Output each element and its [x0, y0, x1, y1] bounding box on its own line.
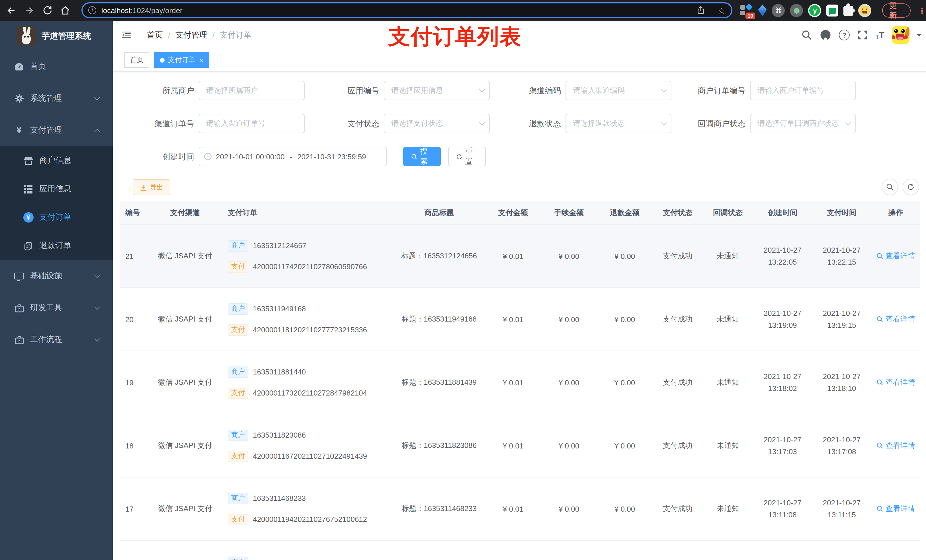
- view-detail-link[interactable]: 查看详情: [876, 441, 915, 451]
- hamburger-icon[interactable]: [121, 29, 132, 43]
- view-detail-link[interactable]: 查看详情: [876, 251, 915, 261]
- pay-status-select[interactable]: 请选择支付状态: [384, 114, 490, 133]
- font-size-icon[interactable]: TT: [875, 30, 884, 39]
- tags-view-bar: 首页 支付订单 ×: [113, 49, 926, 72]
- back-icon[interactable]: [3, 0, 18, 21]
- extensions-puzzle-icon[interactable]: [843, 5, 853, 16]
- breadcrumb-pay-order: 支付订单: [220, 30, 252, 40]
- cell-fee: ¥ 0.00: [541, 504, 597, 513]
- reset-button[interactable]: 重置: [448, 147, 486, 166]
- user-avatar[interactable]: [892, 26, 909, 44]
- cell-actions: 查看详情: [872, 377, 920, 388]
- table-row: 21 微信 JSAPI 支付 商户1635312124657 支付4200001…: [120, 225, 920, 288]
- search-icon[interactable]: [801, 30, 812, 41]
- ext-command-icon[interactable]: ⌘: [772, 4, 785, 17]
- sidebar-item-payment[interactable]: ¥ 支付管理: [0, 115, 113, 146]
- channel-order-input[interactable]: 请输入渠道订单号: [199, 114, 305, 133]
- chevron-down-icon: [661, 120, 667, 125]
- merchant-input[interactable]: 请选择所属商户: [199, 81, 305, 100]
- search-button[interactable]: 搜索: [403, 147, 441, 166]
- ext-kite-icon[interactable]: [758, 5, 767, 17]
- github-icon[interactable]: [820, 29, 831, 41]
- cell-title: 标题：1635311881439: [393, 377, 485, 388]
- cell-id: 21: [120, 252, 148, 260]
- sidebar-item-refund-order[interactable]: 退款订单: [0, 232, 113, 260]
- col-header-actions: 操作: [872, 208, 920, 218]
- sidebar-item-system[interactable]: 系统管理: [0, 83, 113, 115]
- home-icon[interactable]: [57, 0, 72, 21]
- export-button[interactable]: 导出: [133, 179, 170, 195]
- sidebar-item-workflow[interactable]: 工作流程: [0, 324, 113, 356]
- refund-status-label: 退款状态: [501, 114, 561, 133]
- tag-pay-order[interactable]: 支付订单 ×: [154, 52, 209, 68]
- cell-channel: 微信 JSAPI 支付: [148, 314, 222, 325]
- toggle-search-button[interactable]: [882, 179, 898, 195]
- cell-id: 17: [120, 504, 148, 513]
- cell-amount: ¥ 0.01: [485, 441, 541, 450]
- sidebar-item-infrastructure[interactable]: 基础设施: [0, 260, 113, 292]
- channel-code-select[interactable]: 请输入渠道编码: [566, 81, 672, 100]
- url-bar[interactable]: i localhost:1024/pay/order ☆: [82, 2, 732, 18]
- cell-status: 支付成功: [653, 251, 703, 261]
- avatar-caret-icon[interactable]: [917, 34, 921, 38]
- cell-refund: ¥ 0.00: [597, 378, 653, 387]
- refund-status-select[interactable]: 请选择退款状态: [566, 114, 672, 133]
- ext-chat-icon[interactable]: [827, 5, 838, 17]
- cell-order: 商户1635311823086 支付4200001167202110271022…: [222, 429, 393, 462]
- view-detail-link[interactable]: 查看详情: [876, 314, 915, 325]
- navbar-actions: ? TT: [801, 21, 921, 49]
- merchant-order-input[interactable]: 请输入商户订单编号: [750, 81, 856, 100]
- page-info-icon[interactable]: i: [88, 6, 96, 14]
- browser-menu-icon[interactable]: ⋮: [918, 6, 926, 15]
- cell-title: 标题：1635311468233: [393, 504, 485, 514]
- date-start: 2021-10-01 00:00:00: [216, 152, 284, 161]
- cell-refund: ¥ 0.00: [597, 252, 653, 260]
- cell-title: 标题：1635311949168: [393, 314, 485, 325]
- sidebar-item-pay-order[interactable]: ¥ 支付订单: [0, 203, 113, 232]
- profile-avatar-icon[interactable]: [858, 4, 872, 17]
- app-select[interactable]: 请选择应用信息: [384, 81, 490, 100]
- cell-paid: 2021-10-2713:11:15: [812, 497, 872, 521]
- sidebar-item-app-info[interactable]: 应用信息: [0, 175, 113, 203]
- update-button[interactable]: 更新: [882, 3, 911, 18]
- cell-created: 2021-10-2713:11:08: [753, 497, 812, 521]
- help-icon[interactable]: ?: [839, 30, 850, 41]
- cell-refund: ¥ 0.00: [597, 504, 653, 513]
- reload-icon[interactable]: [40, 0, 54, 21]
- close-icon[interactable]: ×: [199, 56, 203, 64]
- cell-title: 标题：1635311823086: [393, 441, 485, 451]
- notify-status-select[interactable]: 请选择订单回调商户状态: [750, 114, 856, 133]
- share-icon[interactable]: [696, 5, 705, 15]
- breadcrumb-payment[interactable]: 支付管理: [176, 30, 207, 40]
- chevron-down-icon: [94, 95, 100, 100]
- date-range-input[interactable]: 2021-10-01 00:00:00 - 2021-10-31 23:59:5…: [199, 147, 387, 166]
- view-detail-link[interactable]: 查看详情: [876, 504, 915, 514]
- ext-y-icon[interactable]: y: [808, 4, 822, 17]
- chevron-down-icon: [479, 87, 485, 92]
- merchant-tag: 商户: [228, 492, 248, 504]
- sidebar-item-dev-tools[interactable]: 研发工具: [0, 292, 113, 324]
- bookmark-star-icon[interactable]: ☆: [718, 6, 726, 15]
- sidebar-logo[interactable]: 芋道管理系统: [0, 21, 113, 51]
- payment-submenu: 商户信息 应用信息 ¥ 支付订单 退款订单: [0, 146, 113, 260]
- sidebar-item-merchant-info[interactable]: 商户信息: [0, 146, 113, 175]
- chevron-up-icon: [94, 129, 100, 134]
- cell-paid: 2021-10-2713:19:15: [812, 307, 872, 331]
- tag-home[interactable]: 首页: [124, 52, 149, 68]
- ext-blocks-icon[interactable]: 10: [740, 4, 753, 17]
- sidebar-item-home[interactable]: 首页: [0, 51, 113, 83]
- fullscreen-icon[interactable]: [857, 30, 868, 41]
- chevron-down-icon: [94, 272, 100, 278]
- forward-icon[interactable]: [22, 0, 36, 21]
- merchant-tag: 商户: [228, 366, 248, 377]
- cell-fee: ¥ 0.00: [541, 441, 597, 450]
- monitor-icon: [14, 273, 24, 279]
- view-detail-link[interactable]: 查看详情: [876, 377, 915, 388]
- refresh-icon: [456, 153, 462, 160]
- col-header-refund: 退款金额: [597, 208, 653, 218]
- cell-actions: 查看详情: [872, 251, 920, 261]
- ext-green-dot-icon[interactable]: [790, 4, 803, 17]
- refresh-icon: [907, 183, 915, 191]
- refresh-table-button[interactable]: [903, 179, 919, 195]
- breadcrumb-home[interactable]: 首页: [147, 30, 163, 40]
